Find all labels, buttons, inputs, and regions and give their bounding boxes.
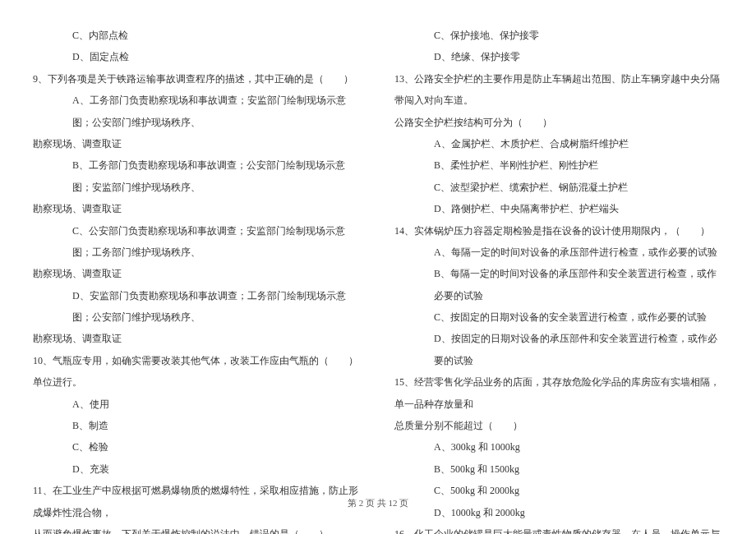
q15-option-d: D、1000kg 和 2000kg <box>394 502 723 523</box>
question-16: 16、化工企业的储罐是巨大能量或毒性物质的储存器，在人员、操作单元与储罐之间应保… <box>394 523 723 534</box>
question-13: 13、公路安全护栏的主要作用是防止车辆超出范围、防止车辆穿越中央分隔带闯入对向车… <box>394 68 723 112</box>
question-10: 10、气瓶应专用，如确实需要改装其他气体，改装工作应由气瓶的（ ）单位进行。 <box>33 350 362 394</box>
q15-option-b: B、500kg 和 1500kg <box>394 458 723 480</box>
q14-option-a: A、每隔一定的时间对设备的承压部件进行检查，或作必要的试验 <box>394 242 723 263</box>
q10-option-b: B、制造 <box>33 415 362 436</box>
q14-option-c: C、按固定的日期对设备的安全装置进行检查，或作必要的试验 <box>394 306 723 328</box>
option-d: D、固定点检 <box>33 46 362 67</box>
question-14: 14、实体锅炉压力容器定期检验是指在设备的设计使用期限内，（ ） <box>394 220 723 242</box>
q9-option-a-cont: 勘察现场、调查取证 <box>33 133 362 154</box>
question-15-cont: 总质量分别不能超过（ ） <box>394 415 723 436</box>
q13-option-c: C、波型梁护栏、缆索护栏、钢筋混凝土护栏 <box>394 177 723 198</box>
q9-option-c: C、公安部门负责勘察现场和事故调查；安监部门绘制现场示意图；工务部门维护现场秩序… <box>33 220 362 264</box>
q14-option-d: D、按固定的日期对设备的承压部件和安全装置进行检查，或作必要的试验 <box>394 328 723 371</box>
question-15: 15、经营零售化学品业务的店面，其存放危险化学品的库房应有实墙相隔，单一品种存放… <box>394 371 723 415</box>
q12-option-d: D、绝缘、保护接零 <box>394 46 723 67</box>
q13-option-d: D、路侧护栏、中央隔离带护栏、护栏端头 <box>394 198 723 219</box>
question-13-cont: 公路安全护栏按结构可分为（ ） <box>394 112 723 133</box>
question-9: 9、下列各项是关于铁路运输事故调查程序的描述，其中正确的是（ ） <box>33 68 362 90</box>
q9-option-b-cont: 勘察现场、调查取证 <box>33 198 362 219</box>
left-column: C、内部点检 D、固定点检 9、下列各项是关于铁路运输事故调查程序的描述，其中正… <box>33 25 378 468</box>
q13-option-a: A、金属护栏、木质护栏、合成树脂纤维护栏 <box>394 133 723 154</box>
q15-option-a: A、300kg 和 1000kg <box>394 436 723 458</box>
q12-option-c: C、保护接地、保护接零 <box>394 25 723 46</box>
question-11: 11、在工业生产中应根据可燃易爆物质的燃爆特性，采取相应措施，防止形成爆炸性混合… <box>33 480 362 523</box>
q15-option-c: C、500kg 和 2000kg <box>394 480 723 501</box>
q13-option-b: B、柔性护栏、半刚性护栏、刚性护栏 <box>394 154 723 176</box>
q14-option-b: B、每隔一定的时间对设备的承压部件和安全装置进行检查，或作必要的试验 <box>394 263 723 306</box>
q9-option-c-cont: 勘察现场、调查取证 <box>33 263 362 284</box>
question-11-cont: 从而避免爆炸事故。下列关于爆炸控制的说法中，错误的是（ ） <box>33 523 362 534</box>
q9-option-d-cont: 勘察现场、调查取证 <box>33 328 362 349</box>
q9-option-a: A、工务部门负责勘察现场和事故调查；安监部门绘制现场示意图；公安部门维护现场秩序… <box>33 90 362 133</box>
right-column: C、保护接地、保护接零 D、绝缘、保护接零 13、公路安全护栏的主要作用是防止车… <box>378 25 723 468</box>
option-c: C、内部点检 <box>33 25 362 46</box>
q10-option-d: D、充装 <box>33 458 362 480</box>
q10-option-a: A、使用 <box>33 394 362 415</box>
q9-option-b: B、工务部门负责勘察现场和事故调查；公安部门绘制现场示意图；安监部门维护现场秩序… <box>33 154 362 198</box>
q10-option-c: C、检验 <box>33 436 362 458</box>
q9-option-d: D、安监部门负责勘察现场和事故调查；工务部门绘制现场示意图；公安部门维护现场秩序… <box>33 285 362 329</box>
